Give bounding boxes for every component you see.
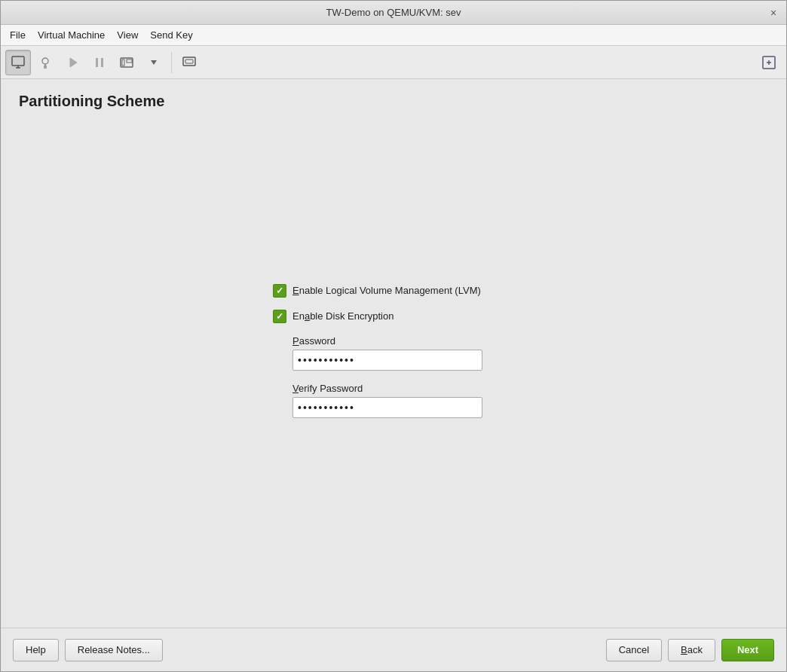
window-title: TW-Demo on QEMU/KVM: sev xyxy=(326,7,461,18)
screenshot-icon xyxy=(119,55,134,70)
menu-send-key[interactable]: Send Key xyxy=(144,27,198,43)
toolbar-display-button[interactable] xyxy=(176,50,202,75)
help-button[interactable]: Help xyxy=(13,639,59,661)
dropdown-arrow-icon xyxy=(148,57,160,69)
bottom-bar: Help Release Notes... Cancel Back Next xyxy=(1,628,786,671)
menu-virtual-machine[interactable]: Virtual Machine xyxy=(32,27,111,43)
password-label: Password xyxy=(292,335,514,347)
svg-rect-11 xyxy=(122,60,124,66)
display-icon xyxy=(182,55,197,70)
encryption-checkbox[interactable] xyxy=(273,310,286,323)
verify-password-field-group: Verify Password xyxy=(292,383,514,418)
svg-rect-9 xyxy=(101,58,103,67)
verify-password-label: Verify Password xyxy=(292,383,514,394)
toolbar-separator xyxy=(171,52,172,73)
svg-rect-12 xyxy=(127,60,132,63)
menu-file[interactable]: File xyxy=(4,27,32,43)
toolbar-right-area xyxy=(756,50,782,75)
release-notes-button[interactable]: Release Notes... xyxy=(65,639,163,661)
back-button[interactable]: Back xyxy=(668,639,715,661)
toolbar-pause-button[interactable] xyxy=(87,50,112,75)
next-button[interactable]: Next xyxy=(721,639,774,661)
password-input[interactable] xyxy=(292,350,482,371)
titlebar: TW-Demo on QEMU/KVM: sev × xyxy=(1,1,786,25)
bottom-left-buttons: Help Release Notes... xyxy=(13,639,163,661)
svg-point-3 xyxy=(42,58,48,64)
lvm-checkbox[interactable] xyxy=(273,284,286,298)
lvm-checkbox-row: Enable Logical Volume Management (LVM) xyxy=(273,284,514,298)
bulb-icon xyxy=(38,55,53,70)
pause-icon xyxy=(92,55,107,70)
page-title-bar: Partitioning Scheme xyxy=(1,79,786,119)
lvm-label-text: nable Logical Volume Management (LVM) xyxy=(299,285,481,296)
main-content: Partitioning Scheme Enable Logical Volum… xyxy=(1,79,786,628)
monitor-icon xyxy=(11,55,26,70)
close-button[interactable]: × xyxy=(767,6,780,20)
cancel-button[interactable]: Cancel xyxy=(606,639,662,661)
main-window: TW-Demo on QEMU/KVM: sev × File Virtual … xyxy=(0,0,787,672)
password-field-group: Password xyxy=(292,335,514,371)
menu-view[interactable]: View xyxy=(111,27,144,43)
fullscreen-icon xyxy=(761,54,777,71)
lvm-label: Enable Logical Volume Management (LVM) xyxy=(292,285,481,296)
encryption-label: Enable Disk Encryption xyxy=(292,310,394,322)
svg-marker-7 xyxy=(70,58,77,67)
toolbar xyxy=(1,46,786,79)
toolbar-dropdown-button[interactable] xyxy=(141,50,167,75)
toolbar-play-button[interactable] xyxy=(60,50,85,75)
bottom-right-buttons: Cancel Back Next xyxy=(606,639,774,661)
form-container: Enable Logical Volume Management (LVM) E… xyxy=(273,284,514,418)
svg-rect-15 xyxy=(185,60,193,63)
toolbar-monitor-button[interactable] xyxy=(5,50,31,75)
toolbar-screenshot-button[interactable] xyxy=(114,50,139,75)
toolbar-bulb-button[interactable] xyxy=(32,50,58,75)
encryption-checkbox-row: Enable Disk Encryption xyxy=(273,310,514,323)
play-icon xyxy=(65,55,80,70)
menubar: File Virtual Machine View Send Key xyxy=(1,25,786,46)
page-title: Partitioning Scheme xyxy=(19,93,768,110)
form-area: Enable Logical Volume Management (LVM) E… xyxy=(1,119,786,628)
svg-rect-8 xyxy=(96,58,98,67)
toolbar-fullscreen-button[interactable] xyxy=(756,50,782,75)
verify-password-input[interactable] xyxy=(292,397,482,418)
svg-marker-13 xyxy=(151,60,157,65)
svg-rect-0 xyxy=(12,57,24,66)
svg-rect-14 xyxy=(183,57,195,66)
